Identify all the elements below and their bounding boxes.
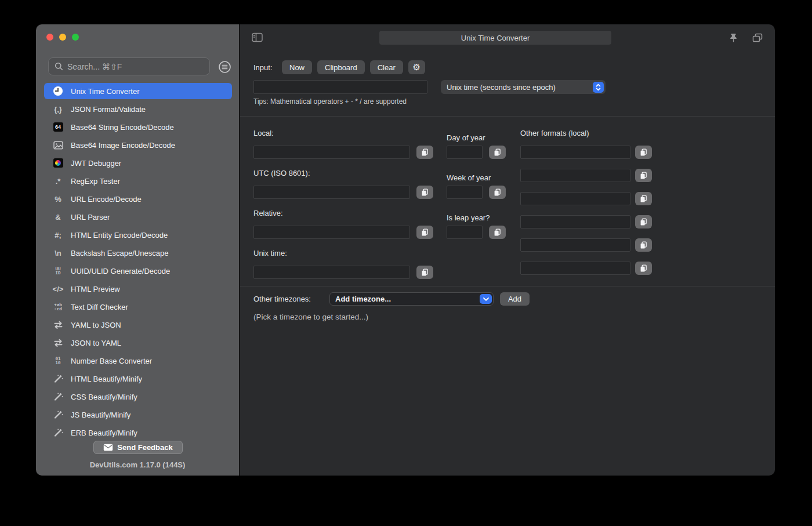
numbase-icon: 01 10 <box>52 355 64 367</box>
wand-icon <box>52 409 64 420</box>
sidebar-item-json-format-validate[interactable]: {,}JSON Format/Validate <box>44 101 232 117</box>
sidebar-nav: Unix Time Converter{,}JSON Format/Valida… <box>44 83 232 442</box>
windows-copy-icon[interactable] <box>752 33 763 44</box>
sidebar-item-url-parser[interactable]: &URL Parser <box>44 209 232 225</box>
input-label: Input: <box>253 63 273 72</box>
add-timezone-button[interactable]: Add <box>500 292 530 306</box>
other-format-copy-button-4[interactable] <box>635 215 652 228</box>
entity-icon: #; <box>52 229 64 241</box>
sidebar-item-label: UUID/ULID Generate/Decode <box>71 267 170 275</box>
sidebar-item-label: HTML Preview <box>71 285 120 293</box>
zoom-window-button[interactable] <box>72 34 79 41</box>
unix-time-copy-button[interactable] <box>416 266 433 279</box>
relative-copy-button[interactable] <box>416 226 433 239</box>
sidebar-item-js-beautify-minify[interactable]: JS Beautify/Minify <box>44 407 232 423</box>
traffic-lights <box>46 34 93 41</box>
sidebar-item-css-beautify-minify[interactable]: CSS Beautify/Minify <box>44 389 232 405</box>
other-format-field-1[interactable] <box>520 146 630 159</box>
relative-field[interactable] <box>253 226 410 239</box>
other-format-field-2[interactable] <box>520 169 630 182</box>
sidebar-item-label: Base64 String Encode/Decode <box>71 123 174 132</box>
sidebar-item-text-diff-checker[interactable]: +ab -cdText Diff Checker <box>44 299 232 315</box>
other-format-copy-button-2[interactable] <box>635 169 652 182</box>
sidebar-item-label: ERB Beautify/Minify <box>71 429 137 437</box>
sidebar-item-label: Unix Time Converter <box>71 87 139 96</box>
close-window-button[interactable] <box>46 34 53 41</box>
page-title: Unix Time Converter <box>379 31 611 45</box>
clear-button[interactable]: Clear <box>370 60 403 74</box>
filter-icon[interactable] <box>218 60 231 74</box>
day-of-year-field[interactable] <box>447 146 483 159</box>
sidebar-item-json-to-yaml[interactable]: JSON to YAML <box>44 335 232 351</box>
is-leap-year-field[interactable] <box>447 226 483 239</box>
utc-iso-8601-copy-button[interactable] <box>416 186 433 199</box>
local-field[interactable] <box>253 146 410 159</box>
uuid-icon: UU ID <box>52 265 64 277</box>
sidebar-item-unix-time-converter[interactable]: Unix Time Converter <box>44 83 232 99</box>
is-leap-year-label: Is leap year? <box>447 213 490 222</box>
sidebar-item-html-preview[interactable]: </>HTML Preview <box>44 281 232 297</box>
swap-icon <box>52 319 64 331</box>
sidebar-item-erb-beautify-minify[interactable]: ERB Beautify/Minify <box>44 425 232 441</box>
week-of-year-field[interactable] <box>447 186 483 199</box>
other-format-field-5[interactable] <box>520 238 630 252</box>
sidebar-item-number-base-converter[interactable]: 01 10Number Base Converter <box>44 353 232 369</box>
sidebar-item-label: Backslash Escape/Unescape <box>71 249 168 257</box>
app-version: DevUtils.com 1.17.0 (144S) <box>36 460 239 469</box>
send-feedback-button[interactable]: Send Feedback <box>93 441 183 454</box>
local-copy-button[interactable] <box>416 146 433 159</box>
other-format-field-3[interactable] <box>520 192 630 205</box>
sidebar-item-label: HTML Entity Encode/Decode <box>71 231 168 240</box>
sidebar-item-label: JS Beautify/Minify <box>71 411 130 419</box>
diff-icon: +ab -cd <box>52 301 64 313</box>
other-format-copy-button-3[interactable] <box>635 192 652 205</box>
sidebar-item-yaml-to-json[interactable]: YAML to JSON <box>44 317 232 333</box>
select-stepper-icon <box>593 82 604 93</box>
other-format-copy-button-1[interactable] <box>635 146 652 159</box>
utc-iso-8601-label: UTC (ISO 8601): <box>253 169 310 177</box>
sidebar-item-uuid-ulid-generate-decode[interactable]: UU IDUUID/ULID Generate/Decode <box>44 263 232 279</box>
sidebar-item-jwt-debugger[interactable]: JWT Debugger <box>44 155 232 171</box>
timezone-hint: (Pick a timezone to get started...) <box>253 313 368 321</box>
other-format-field-6[interactable] <box>520 262 630 275</box>
search-placeholder: Search... ⌘⇧F <box>67 62 122 71</box>
image-icon <box>52 139 64 151</box>
clipboard-button[interactable]: Clipboard <box>317 60 365 74</box>
search-input[interactable]: Search... ⌘⇧F <box>48 57 210 75</box>
pin-icon[interactable] <box>729 33 738 45</box>
add-timezone-combobox[interactable]: Add timezone... <box>329 292 494 306</box>
ampersand-icon: & <box>52 211 64 223</box>
other-format-field-4[interactable] <box>520 215 630 228</box>
sidebar-item-label: CSS Beautify/Minify <box>71 393 137 401</box>
regex-icon: .* <box>52 175 64 187</box>
other-format-copy-button-6[interactable] <box>635 262 652 275</box>
sidebar-item-label: URL Encode/Decode <box>71 195 142 204</box>
sidebar-item-label: Base64 Image Encode/Decode <box>71 141 175 150</box>
sidebar-item-base64-image-encode-decode[interactable]: Base64 Image Encode/Decode <box>44 137 232 153</box>
settings-gear-icon[interactable]: ⚙ <box>408 60 425 74</box>
send-feedback-label: Send Feedback <box>117 443 172 452</box>
section-divider <box>240 116 775 117</box>
minimize-window-button[interactable] <box>59 34 66 41</box>
day-of-year-copy-button[interactable] <box>489 146 506 159</box>
week-of-year-copy-button[interactable] <box>489 186 506 199</box>
sidebar-item-html-entity-encode-decode[interactable]: #;HTML Entity Encode/Decode <box>44 227 232 243</box>
sidebar-item-url-encode-decode[interactable]: %URL Encode/Decode <box>44 191 232 207</box>
sidebar-item-label: Number Base Converter <box>71 357 152 365</box>
is-leap-year-copy-button[interactable] <box>489 226 506 239</box>
sidebar-toggle-icon[interactable] <box>252 32 263 44</box>
sidebar-item-backslash-escape-unescape[interactable]: \nBackslash Escape/Unescape <box>44 245 232 261</box>
other-format-copy-button-5[interactable] <box>635 238 652 252</box>
input-format-select[interactable]: Unix time (seconds since epoch) <box>441 80 606 94</box>
utc-iso-8601-field[interactable] <box>253 186 410 199</box>
unix-input-field[interactable] <box>253 80 427 94</box>
unix-time-field[interactable] <box>253 266 410 279</box>
sidebar-item-label: URL Parser <box>71 213 110 222</box>
relative-label: Relative: <box>253 209 283 217</box>
now-button[interactable]: Now <box>282 60 312 74</box>
sidebar-item-base64-string-encode-decode[interactable]: 64Base64 String Encode/Decode <box>44 119 232 135</box>
wand-icon <box>52 391 64 402</box>
wand-icon <box>52 427 64 438</box>
sidebar-item-regexp-tester[interactable]: .*RegExp Tester <box>44 173 232 189</box>
sidebar-item-html-beautify-minify[interactable]: HTML Beautify/Minify <box>44 371 232 387</box>
